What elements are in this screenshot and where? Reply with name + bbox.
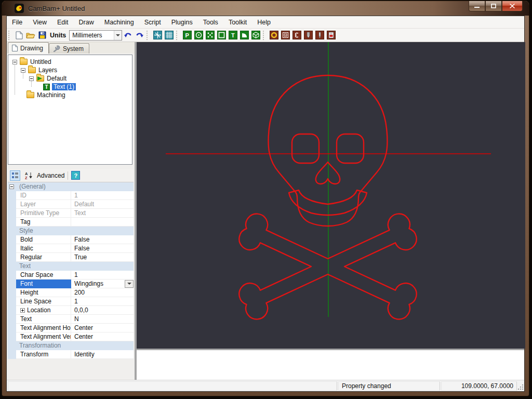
property-row-regular[interactable]: RegularTrue bbox=[8, 253, 134, 262]
draw-surface-button[interactable] bbox=[250, 30, 261, 41]
new-file-icon bbox=[16, 31, 23, 39]
tree-item-untitled[interactable]: Untitled bbox=[12, 58, 51, 66]
draw-polyline-button[interactable]: P bbox=[181, 30, 193, 41]
menu-script[interactable]: Script bbox=[139, 17, 166, 28]
axes-icon bbox=[153, 31, 162, 39]
property-toolbar: A Z Advanced ? bbox=[8, 169, 134, 182]
show-axes-button[interactable] bbox=[152, 30, 163, 41]
profile-toolpath-button[interactable] bbox=[268, 30, 280, 41]
property-row-text-align-horizontal[interactable]: Text Alignment HorizontalCenter bbox=[8, 324, 134, 332]
menu-plugins[interactable]: Plugins bbox=[166, 17, 198, 28]
property-row-location[interactable]: Location 0,0,0 bbox=[8, 306, 134, 315]
engrave-toolpath-button[interactable] bbox=[291, 30, 302, 41]
lathe-toolpath-button[interactable] bbox=[314, 30, 325, 41]
resize-grip-icon[interactable] bbox=[517, 381, 524, 391]
category-row[interactable]: (General) bbox=[8, 182, 134, 191]
close-button[interactable] bbox=[502, 1, 523, 11]
category-row[interactable]: Style bbox=[8, 227, 134, 235]
menu-tools[interactable]: Tools bbox=[198, 17, 223, 28]
engrave-toolpath-icon bbox=[292, 31, 301, 39]
draw-surface-icon bbox=[251, 31, 260, 39]
draw-circle-button[interactable] bbox=[193, 30, 204, 41]
property-row-layer[interactable]: LayerDefault bbox=[8, 200, 134, 209]
toolbar-grip bbox=[147, 31, 150, 40]
new-file-button[interactable] bbox=[14, 30, 25, 41]
categorized-icon bbox=[11, 172, 19, 179]
expand-icon[interactable] bbox=[20, 308, 25, 313]
property-row-text[interactable]: TextN bbox=[8, 315, 134, 324]
collapse-icon[interactable] bbox=[21, 68, 25, 73]
property-row-id[interactable]: ID1 bbox=[8, 191, 134, 200]
wrench-icon bbox=[53, 45, 60, 52]
draw-points-button[interactable] bbox=[204, 30, 216, 41]
property-row-text-align-vertical[interactable]: Text Alignment VerticalCenter bbox=[8, 332, 134, 341]
tree-item-layer-default[interactable]: Default bbox=[29, 74, 66, 83]
left-panel: Drawing System Untitled bbox=[7, 42, 135, 380]
property-row-italic[interactable]: ItalicFalse bbox=[8, 244, 134, 253]
undo-button[interactable] bbox=[122, 30, 134, 41]
main-content: Drawing System Untitled bbox=[7, 42, 524, 380]
advanced-button[interactable]: Advanced bbox=[37, 172, 64, 179]
pocket-toolpath-button[interactable] bbox=[280, 30, 291, 41]
font-dropdown-button[interactable] bbox=[125, 280, 134, 288]
draw-polyline-icon: P bbox=[183, 31, 192, 39]
menu-toolkit[interactable]: Toolkit bbox=[223, 17, 252, 28]
alphabetical-sort-button[interactable]: A Z bbox=[23, 170, 34, 181]
drill-toolpath-button[interactable] bbox=[302, 30, 314, 41]
menu-edit[interactable]: Edit bbox=[52, 17, 74, 28]
draw-rectangle-button[interactable] bbox=[216, 30, 227, 41]
menu-file[interactable]: File bbox=[7, 17, 28, 28]
category-row[interactable]: Text bbox=[8, 262, 134, 271]
draw-rectangle-icon bbox=[217, 31, 226, 39]
show-grid-button[interactable] bbox=[163, 30, 175, 41]
draw-arc-button[interactable] bbox=[238, 30, 250, 41]
folder-icon bbox=[26, 92, 34, 98]
draw-text-button[interactable]: T bbox=[227, 30, 238, 41]
toolbar-grip bbox=[8, 31, 11, 40]
save-button[interactable] bbox=[36, 30, 48, 41]
chevron-down-icon bbox=[127, 283, 131, 285]
tree-item-layers[interactable]: Layers bbox=[21, 66, 57, 74]
property-row-font[interactable]: Font Wingdings bbox=[8, 280, 134, 288]
menu-machining[interactable]: Machining bbox=[99, 17, 139, 28]
close-icon bbox=[510, 4, 515, 8]
units-combobox[interactable]: Millimeters bbox=[69, 30, 122, 41]
app-icon bbox=[15, 4, 24, 13]
collapse-icon[interactable] bbox=[9, 184, 14, 189]
property-row-char-space[interactable]: Char Space1 bbox=[8, 271, 134, 280]
property-row-height[interactable]: Height200 bbox=[8, 288, 134, 297]
statusbar: Property changed 109.0000, 67.0000 bbox=[7, 380, 524, 391]
folder-icon bbox=[28, 67, 36, 73]
property-row-line-space[interactable]: Line Space1 bbox=[8, 297, 134, 306]
status-message: Property changed bbox=[338, 381, 440, 391]
cursor-coordinates: 109.0000, 67.0000 bbox=[441, 381, 517, 391]
selected-tree-label: Text (1) bbox=[52, 83, 76, 90]
help-button[interactable]: ? bbox=[71, 171, 80, 180]
property-row-tag[interactable]: Tag bbox=[8, 218, 134, 227]
draw-circle-icon bbox=[194, 31, 203, 39]
minimize-button[interactable] bbox=[469, 1, 485, 11]
redo-button[interactable] bbox=[134, 30, 145, 41]
drawing-canvas[interactable] bbox=[137, 42, 524, 349]
tree-item-text-entity[interactable]: T Text (1) bbox=[43, 83, 76, 91]
tab-drawing[interactable]: Drawing bbox=[8, 42, 49, 54]
generate-gcode-button[interactable] bbox=[325, 30, 337, 41]
open-file-button[interactable] bbox=[25, 30, 36, 41]
menu-draw[interactable]: Draw bbox=[74, 17, 99, 28]
category-row[interactable]: Transformation bbox=[8, 341, 134, 350]
tab-system[interactable]: System bbox=[49, 43, 89, 54]
categorized-view-button[interactable] bbox=[10, 170, 20, 181]
collapse-icon[interactable] bbox=[29, 76, 34, 81]
property-row-bold[interactable]: BoldFalse bbox=[8, 235, 134, 244]
property-row-primitive-type[interactable]: Primitive TypeText bbox=[8, 209, 134, 218]
property-row-transform[interactable]: TransformIdentity bbox=[8, 350, 134, 359]
tree-item-machining[interactable]: Machining bbox=[21, 91, 65, 99]
pocket-toolpath-icon bbox=[281, 31, 290, 39]
restore-button[interactable] bbox=[485, 1, 502, 11]
collapse-icon[interactable] bbox=[12, 60, 17, 64]
window-controls bbox=[469, 1, 523, 11]
canvas-footer-area bbox=[137, 349, 524, 380]
menu-view[interactable]: View bbox=[28, 17, 52, 28]
units-dropdown-button[interactable] bbox=[114, 31, 122, 40]
menu-help[interactable]: Help bbox=[252, 17, 276, 28]
